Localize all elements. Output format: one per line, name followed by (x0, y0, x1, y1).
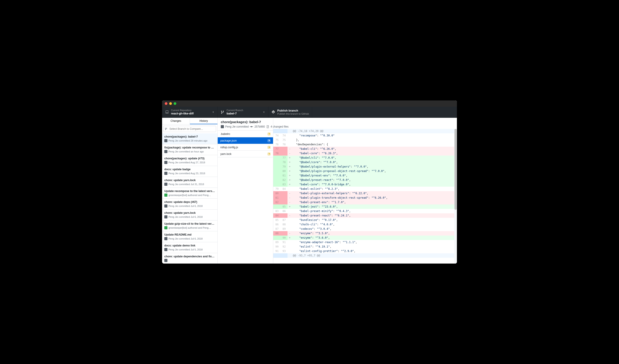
commit-item[interactable]: chore: update deps (#67) Peng Jie commit… (162, 199, 217, 210)
commit-item-meta: greenkeeper[bot] authored and Peng… (169, 194, 211, 196)
new-line-no: 88 (280, 222, 287, 227)
avatar (164, 150, 168, 153)
commit-item[interactable]: chore: update yarn.lock Peng Jie committ… (162, 177, 217, 188)
file-item[interactable]: yarn.lock (218, 151, 273, 157)
diff-line: @@ -74,18 +74,20 @@ (273, 129, 457, 133)
publish-title: Publish branch (277, 109, 309, 112)
old-line-no: 83 (273, 209, 280, 213)
new-line-no: 90 (280, 236, 287, 240)
compare-input[interactable] (163, 126, 216, 132)
commit-item[interactable]: chore: update yarn.lock Peng Jie committ… (162, 210, 217, 220)
commit-item[interactable]: Update README.md Peng Jie committed Jul … (162, 231, 217, 242)
commit-author: Peng Jie committed (225, 125, 249, 128)
diff-code: "chalk-cli": "^4.0.0", (292, 222, 457, 227)
commit-item-title: docs: update demo link (164, 244, 215, 247)
repo-value: react-gh-like-diff (171, 112, 210, 115)
commit-item-title: fix(package): update recompose to v… (164, 146, 215, 149)
tab-changes[interactable]: Changes (162, 118, 190, 124)
diff-marker: + (287, 236, 292, 240)
diff-code: "recompose": "^0.30.0" (292, 133, 457, 138)
diff-code: "babel-preset-minify": "^0.4.3", (292, 209, 457, 213)
minimize-window-button[interactable] (169, 102, 172, 105)
new-line-no (280, 129, 287, 133)
commit-item[interactable]: fix(package): update recompose to v… Pen… (162, 144, 217, 155)
commit-item[interactable]: docs: update badge Peng Jie committed Au… (162, 166, 217, 177)
commit-item-title: chore(packages): babel-7 (164, 135, 215, 138)
commit-item[interactable]: chore(packages): babel-7 Peng Jie commit… (162, 133, 217, 144)
diff-code: "enzyme-adapter-react-16": "^1.1.1", (292, 240, 457, 244)
diff-code: "babel-core": "^7.0.0-bridge.0", (292, 182, 457, 187)
avatar (164, 172, 168, 175)
new-line-no: 78 (280, 160, 287, 164)
file-item[interactable]: .babelrc (218, 131, 273, 137)
diff-code: "babel-plugin-external-helpers": "^6.22.… (292, 191, 457, 196)
diff-code: "babel-preset-react": "^6.24.1", (292, 213, 457, 218)
branch-label: Current Branch (226, 109, 261, 112)
diff-line: 81- "babel-plugin-transform-object-rest-… (273, 196, 457, 200)
commit-item[interactable]: Update recompose to the latest versi… gr… (162, 188, 217, 199)
scrollbar-thumb[interactable] (454, 129, 457, 210)
scrollbar[interactable] (454, 129, 457, 264)
diff-marker: + (287, 156, 292, 160)
old-line-no (273, 160, 280, 164)
commit-item-title: Update gzip-size-cli to the latest ver… (164, 222, 215, 225)
cloud-upload-icon (271, 110, 275, 114)
commit-item-title: chore: update deps (#67) (164, 201, 215, 203)
file-list: .babelrcpackage.jsonrollup.config.jsyarn… (218, 131, 273, 264)
diff-marker (287, 249, 292, 253)
new-line-no (280, 196, 287, 200)
new-line-no: 80 (280, 169, 287, 173)
old-line-no: 89 (273, 240, 280, 244)
diff-marker (287, 129, 292, 133)
avatar (164, 259, 168, 262)
repo-selector[interactable]: Current Repository react-gh-like-diff ▼ (162, 107, 218, 118)
commit-list[interactable]: chore(packages): babel-7 Peng Jie commit… (162, 133, 217, 264)
diff-marker: + (287, 178, 292, 182)
commit-item[interactable]: chore(packages): update (#73) Peng Jie c… (162, 155, 217, 166)
diff-line: 83+ "babel-core": "^7.0.0-bridge.0", (273, 182, 457, 187)
diff-line: 81+ "@babel/preset-env": "^7.0.0", (273, 173, 457, 178)
maximize-window-button[interactable] (174, 102, 176, 105)
old-line-no: 74 (273, 133, 280, 138)
new-line-no: 79 (280, 164, 287, 169)
commit-item[interactable]: Update gzip-size-cli to the latest ver… … (162, 220, 217, 231)
tab-history[interactable]: History (190, 118, 217, 124)
diff-line: 77+ "@babel/cli": "^7.0.0", (273, 156, 457, 160)
diff-line: 82+ "@babel/preset-react": "^7.0.0", (273, 178, 457, 182)
content: Changes History chore(packages): babel-7… (162, 118, 457, 264)
left-panel: Changes History chore(packages): babel-7… (162, 118, 218, 264)
commit-item[interactable]: docs: update demo link Peng Jie committe… (162, 242, 217, 253)
modified-icon (268, 146, 270, 149)
old-line-no: 85 (273, 218, 280, 222)
file-item[interactable]: rollup.config.js (218, 144, 273, 151)
diff-code: "@babel/preset-env": "^7.0.0", (292, 173, 457, 178)
avatar (164, 226, 168, 229)
diff-view[interactable]: @@ -74,18 +74,20 @@7474 "recompose": "^0… (273, 129, 457, 264)
diff-line: 80+ "@babel/plugin-proposal-object-rest-… (273, 169, 457, 173)
publish-button[interactable]: Publish branch Publish this branch to Gi… (268, 107, 312, 118)
branch-value: babel-7 (226, 112, 261, 115)
new-line-no (280, 231, 287, 236)
old-line-no (273, 169, 280, 173)
close-window-button[interactable] (165, 102, 168, 105)
new-line-no: 91 (280, 240, 287, 244)
new-line-no: 92 (280, 244, 287, 249)
diff-code: "enzyme": "^3.5.0", (292, 231, 457, 236)
diff-line: 7575 }, (273, 138, 457, 142)
diff-line: 7676 "devDependencies": { (273, 142, 457, 147)
diff-marker: - (287, 213, 292, 218)
chevron-down-icon: ▼ (212, 111, 214, 113)
diff-marker (287, 133, 292, 138)
file-name: .babelrc (220, 133, 230, 135)
file-item[interactable]: package.json (218, 137, 273, 144)
diff-marker: - (287, 196, 292, 200)
new-line-no (280, 200, 287, 204)
old-line-no (273, 164, 280, 169)
avatar (164, 139, 168, 142)
avatar (164, 194, 168, 197)
branch-selector[interactable]: Current Branch babel-7 ▼ (218, 107, 268, 118)
commit-item[interactable]: chore: update dependencies and fix l… (162, 253, 217, 264)
old-line-no (273, 178, 280, 182)
diff-code: "@babel/plugin-external-helpers": "^7.0.… (292, 164, 457, 169)
diff-line: 85+ "babel-jest": "^23.6.0", (273, 204, 457, 209)
